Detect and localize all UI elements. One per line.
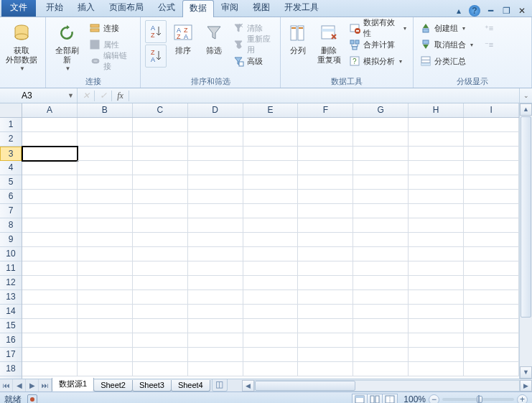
cell[interactable] [78, 132, 133, 147]
vertical-scrollbar[interactable]: ▲ ▼ [519, 103, 532, 379]
horizontal-scrollbar[interactable]: ◀ ▶ [242, 379, 532, 392]
minimize-ribbon-icon[interactable]: ▴ [453, 5, 465, 17]
cell[interactable] [409, 333, 464, 348]
cell[interactable] [188, 190, 243, 204]
ungroup-button[interactable]: 取消组合▾ [418, 37, 475, 52]
cell[interactable] [464, 276, 519, 290]
tab-formulas[interactable]: 公式 [151, 0, 182, 17]
tab-pagelayout[interactable]: 页面布局 [102, 0, 151, 17]
sheet-tab[interactable]: Sheet4 [171, 380, 210, 392]
column-header[interactable]: C [133, 103, 188, 117]
scroll-thumb[interactable] [521, 116, 531, 318]
cell[interactable] [188, 305, 243, 319]
cell[interactable] [353, 348, 409, 362]
cell[interactable] [243, 305, 299, 319]
cell[interactable] [298, 305, 353, 319]
cell[interactable] [409, 132, 464, 147]
cell[interactable] [133, 147, 188, 161]
help-icon[interactable]: ? [469, 5, 480, 17]
cell[interactable] [243, 132, 299, 147]
cell[interactable] [353, 290, 409, 305]
cell[interactable] [353, 147, 409, 161]
name-box[interactable]: A3 ▼ [0, 88, 78, 103]
row-header[interactable]: 9 [0, 233, 22, 247]
cell[interactable] [133, 261, 188, 276]
cell[interactable] [353, 319, 409, 333]
cell[interactable] [464, 305, 519, 319]
formula-input[interactable] [129, 88, 519, 103]
cell[interactable] [353, 204, 409, 218]
cell[interactable] [78, 147, 133, 161]
row-header[interactable]: 18 [0, 362, 22, 376]
cell[interactable] [409, 218, 464, 233]
cell[interactable] [22, 348, 78, 362]
cell[interactable] [353, 305, 409, 319]
cell[interactable] [409, 362, 464, 376]
cell[interactable] [243, 333, 299, 348]
close-window-icon[interactable]: ✕ [516, 5, 528, 17]
cell[interactable] [22, 290, 78, 305]
sort-button[interactable]: AZZA 排序 [169, 20, 197, 57]
cell[interactable] [464, 362, 519, 376]
cell[interactable] [298, 132, 353, 147]
scroll-down-icon[interactable]: ▼ [520, 366, 532, 379]
cell[interactable] [298, 218, 353, 233]
group-button[interactable]: 创建组▾ [418, 20, 475, 36]
cell[interactable] [243, 147, 299, 161]
cell[interactable] [78, 276, 133, 290]
data-validation-button[interactable]: 数据有效性▾ [347, 20, 409, 36]
cell[interactable] [409, 161, 464, 175]
row-header[interactable]: 5 [0, 175, 22, 190]
cell[interactable] [133, 233, 188, 247]
cell[interactable] [133, 161, 188, 175]
cell[interactable] [298, 276, 353, 290]
cell[interactable] [188, 175, 243, 190]
sheet-nav-last-icon[interactable]: ⏭ [39, 379, 52, 392]
cell[interactable] [243, 218, 299, 233]
cell[interactable] [353, 362, 409, 376]
cell[interactable] [133, 175, 188, 190]
cell[interactable] [298, 333, 353, 348]
cell[interactable] [298, 175, 353, 190]
cell[interactable] [188, 147, 243, 161]
dropdown-arrow-icon[interactable]: ▼ [67, 92, 74, 99]
tab-review[interactable]: 审阅 [214, 0, 246, 17]
cell[interactable] [22, 261, 78, 276]
cell[interactable] [22, 204, 78, 218]
cell[interactable] [22, 132, 78, 147]
row-header[interactable]: 6 [0, 190, 22, 204]
row-header[interactable]: 14 [0, 305, 22, 319]
cell[interactable] [243, 204, 299, 218]
cell[interactable] [22, 247, 78, 261]
cell[interactable] [78, 247, 133, 261]
text-to-columns-button[interactable]: 分列 [285, 20, 311, 57]
cell[interactable] [188, 204, 243, 218]
cell[interactable] [409, 233, 464, 247]
cell[interactable] [188, 132, 243, 147]
cell[interactable] [78, 305, 133, 319]
cell[interactable] [243, 261, 299, 276]
cell[interactable] [22, 118, 78, 132]
cell[interactable] [133, 204, 188, 218]
sheet-tab[interactable]: Sheet3 [132, 380, 172, 392]
cell[interactable] [298, 319, 353, 333]
zoom-value[interactable]: 100% [403, 394, 426, 403]
cell[interactable] [22, 175, 78, 190]
cell[interactable] [188, 118, 243, 132]
subtotal-button[interactable]: 分类汇总 [418, 53, 475, 69]
sheet-nav-next-icon[interactable]: ▶ [26, 379, 39, 392]
page-layout-view-button[interactable] [367, 394, 383, 404]
remove-duplicates-button[interactable]: 删除 重复项 [314, 20, 344, 65]
row-header[interactable]: 1 [0, 118, 22, 132]
cell[interactable] [188, 247, 243, 261]
new-sheet-button[interactable]: ◫ [212, 379, 228, 392]
cell[interactable] [22, 333, 78, 348]
cell[interactable] [353, 261, 409, 276]
cell[interactable] [133, 333, 188, 348]
row-header[interactable]: 16 [0, 333, 22, 348]
cell[interactable] [78, 190, 133, 204]
tab-view[interactable]: 视图 [246, 0, 277, 17]
cell[interactable] [409, 305, 464, 319]
cell[interactable] [78, 175, 133, 190]
cell[interactable] [464, 132, 519, 147]
